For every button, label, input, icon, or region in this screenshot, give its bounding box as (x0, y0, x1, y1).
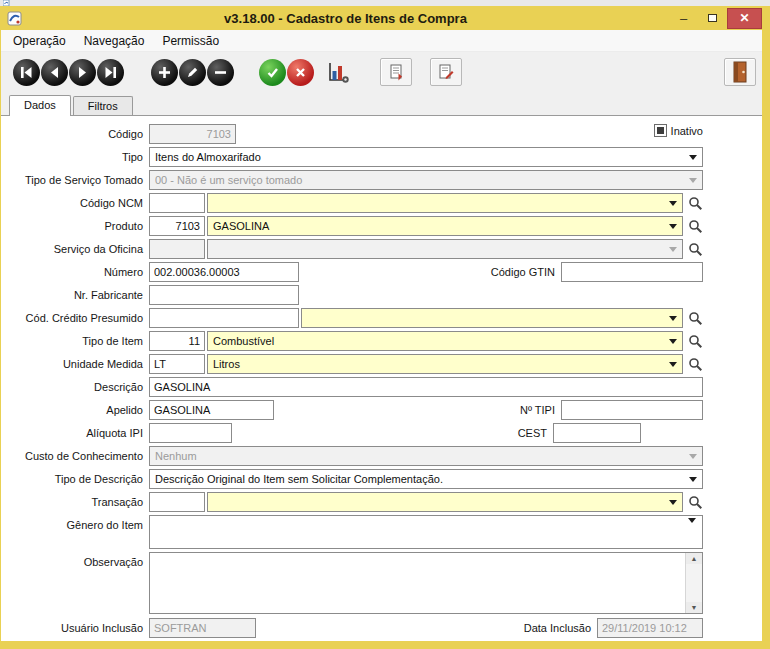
aliquota-ipi-input[interactable] (149, 423, 232, 443)
row-usuario-inclusao: Usuário Inclusão Data Inclusão (1, 618, 703, 638)
last-record-icon (103, 65, 118, 80)
scroll-up-icon[interactable]: ▲ (686, 553, 702, 564)
edit-button[interactable] (179, 59, 206, 86)
search-icon[interactable] (687, 193, 703, 213)
unidade-medida-label: Unidade Medida (1, 354, 149, 374)
observacao-box: ▲ ▼ (149, 552, 703, 614)
report-edit-button[interactable] (430, 58, 462, 86)
prior-record-button[interactable] (41, 59, 68, 86)
delete-button[interactable] (207, 59, 234, 86)
inativo-group: Inativo (654, 124, 703, 137)
tipo-item-code-input[interactable] (149, 331, 205, 351)
usuario-inclusao-label: Usuário Inclusão (1, 618, 149, 638)
genero-item-dropdown[interactable] (149, 515, 703, 549)
nr-fabricante-label: Nr. Fabricante (1, 285, 149, 305)
scroll-down-icon[interactable]: ▼ (686, 602, 702, 613)
chevron-down-icon (669, 224, 677, 229)
row-codigo-ncm: Código NCM (1, 193, 703, 213)
descricao-input[interactable] (149, 377, 703, 397)
chevron-down-icon (669, 339, 677, 344)
codigo-ncm-code-input[interactable] (149, 193, 205, 213)
chevron-down-icon (689, 155, 697, 160)
cod-credito-combobox[interactable] (301, 308, 683, 328)
form-panel: Código Inativo Tipo Itens do Almoxarifad… (1, 115, 762, 641)
chevron-down-icon[interactable] (682, 523, 702, 541)
servico-oficina-code-input (149, 239, 205, 259)
row-nr-fabricante: Nr. Fabricante (1, 285, 703, 305)
observacao-scrollbar[interactable]: ▲ ▼ (685, 553, 702, 613)
tipo-value: Itens do Almoxarifado (155, 151, 683, 163)
tab-filtros[interactable]: Filtros (73, 96, 133, 115)
cest-input[interactable] (553, 423, 641, 443)
maximize-icon (708, 14, 717, 22)
servico-oficina-combobox (207, 239, 683, 259)
codigo-gtin-input[interactable] (561, 262, 703, 282)
exit-door-icon (730, 61, 750, 83)
chart-button[interactable] (323, 58, 353, 86)
numero-input[interactable] (149, 262, 299, 282)
numero-label: Número (1, 262, 149, 282)
last-record-button[interactable] (97, 59, 124, 86)
unidade-medida-combobox[interactable]: Litros (207, 354, 683, 374)
inativo-checkbox[interactable] (654, 124, 667, 137)
report-export-button[interactable] (380, 58, 412, 86)
row-observacao: Observação ▲ ▼ (1, 552, 703, 614)
chevron-down-icon (669, 500, 677, 505)
menu-navegacao[interactable]: Navegação (84, 34, 145, 48)
search-icon[interactable] (687, 239, 703, 259)
chevron-down-icon (669, 201, 677, 206)
row-numero: Número Código GTIN (1, 262, 703, 282)
tipo-combobox[interactable]: Itens do Almoxarifado (149, 147, 703, 167)
tipo-item-combobox[interactable]: Combustível (207, 331, 683, 351)
produto-combobox[interactable]: GASOLINA (207, 216, 683, 236)
tab-dados[interactable]: Dados (9, 95, 71, 116)
exit-button[interactable] (724, 58, 756, 86)
next-record-button[interactable] (69, 59, 96, 86)
add-button[interactable] (151, 59, 178, 86)
chevron-down-icon (669, 316, 677, 321)
codigo-input[interactable] (149, 124, 236, 144)
cancel-button[interactable] (287, 59, 314, 86)
menu-operacao[interactable]: Operação (13, 34, 66, 48)
genero-item-label: Gênero do Item (1, 515, 149, 535)
data-inclusao-label: Data Inclusão (524, 618, 597, 638)
usuario-inclusao-input (149, 618, 256, 638)
search-icon[interactable] (687, 354, 703, 374)
close-button[interactable]: ✕ (727, 8, 762, 29)
cod-credito-code-input[interactable] (149, 308, 299, 328)
menu-permissao[interactable]: Permissão (162, 34, 219, 48)
search-icon[interactable] (687, 308, 703, 328)
first-record-button[interactable] (13, 59, 40, 86)
search-icon[interactable] (687, 331, 703, 351)
search-icon[interactable] (687, 492, 703, 512)
nr-fabricante-input[interactable] (149, 285, 299, 305)
bar-chart-icon (326, 60, 350, 84)
observacao-textarea[interactable] (150, 553, 685, 613)
n-tipi-label: Nº TIPI (520, 400, 561, 420)
titlebar[interactable]: v3.18.00 - Cadastro de Itens de Compra –… (1, 6, 762, 30)
checkbox-fill-icon (657, 127, 664, 134)
minus-icon (213, 65, 228, 80)
confirm-button[interactable] (259, 59, 286, 86)
inativo-label: Inativo (671, 125, 703, 137)
chevron-down-icon (689, 178, 697, 183)
report-edit-icon (437, 63, 455, 81)
produto-label: Produto (1, 216, 149, 236)
tipo-item-label: Tipo de Item (1, 331, 149, 351)
transacao-code-input[interactable] (149, 492, 205, 512)
row-transacao: Transação (1, 492, 703, 512)
transacao-combobox[interactable] (207, 492, 683, 512)
apelido-input[interactable] (149, 400, 274, 420)
minimize-button[interactable]: – (669, 8, 698, 28)
n-tipi-input[interactable] (561, 400, 703, 420)
row-tipo-descricao: Tipo de Descrição Descrição Original do … (1, 469, 703, 489)
codigo-ncm-combobox[interactable] (207, 193, 683, 213)
tipo-descricao-combobox[interactable]: Descrição Original do Item sem Solicitar… (149, 469, 703, 489)
next-record-icon (75, 65, 90, 80)
maximize-button[interactable] (698, 8, 727, 28)
chevron-down-icon (669, 247, 677, 252)
produto-code-input[interactable] (149, 216, 205, 236)
tipo-servico-combobox: 00 - Não é um serviço tomado (149, 170, 703, 190)
unidade-medida-code-input[interactable] (149, 354, 205, 374)
search-icon[interactable] (687, 216, 703, 236)
